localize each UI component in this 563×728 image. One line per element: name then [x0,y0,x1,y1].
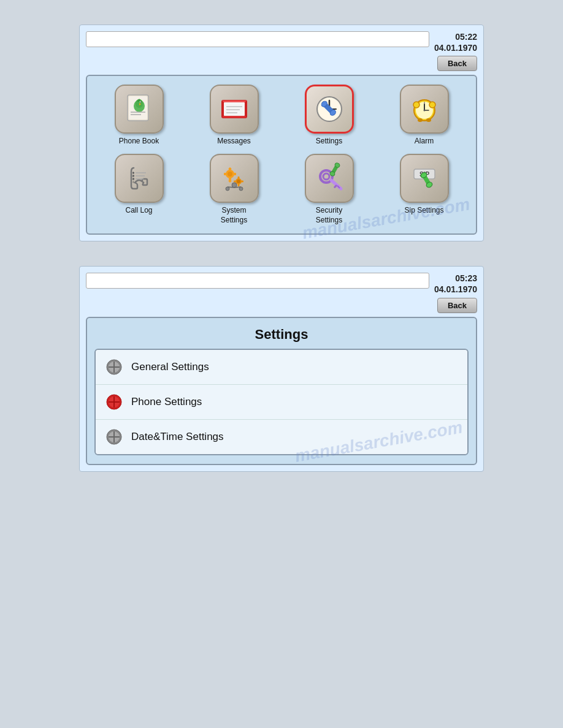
svg-rect-52 [224,173,227,175]
app-security-settings[interactable]: Security Settings [285,154,373,225]
svg-point-68 [323,173,329,180]
settings-title: Settings [94,327,469,343]
settings-body: Settings General Settings [86,317,477,465]
svg-rect-53 [233,173,236,175]
security-settings-label: Security Settings [316,206,342,225]
svg-point-49 [228,172,232,176]
app-messages[interactable]: Messages [190,85,278,146]
app-settings[interactable]: Settings [285,85,373,146]
svg-rect-60 [234,180,236,182]
phone-book-label: Phone Book [119,137,159,146]
app-call-log[interactable]: 1 2 3 4 Call Log [94,154,183,225]
security-settings-icon [313,162,346,195]
sip-settings-icon: SiP [408,162,441,195]
svg-rect-61 [241,180,243,182]
svg-line-66 [234,187,241,188]
alarm-icon-box [400,85,449,134]
app-grid-container: Phone Book [86,75,477,235]
phone-settings-icon [105,393,123,411]
security-settings-icon-box [305,154,354,203]
time-display-2: 05:23 04.01.1970 [434,273,477,295]
svg-point-32 [423,110,425,112]
phone-settings-item[interactable]: Phone Settings [96,385,467,420]
datetime-settings-label: Date&Time Settings [131,431,224,443]
screen2: 05:23 04.01.1970 Back Settings General S… [79,266,484,471]
svg-point-57 [237,180,240,183]
back-button-2[interactable]: Back [437,298,477,313]
svg-rect-58 [237,176,239,179]
svg-rect-59 [237,184,239,186]
phone-book-icon [123,93,156,126]
general-settings-icon [105,358,123,376]
svg-point-33 [413,102,419,108]
settings-icon-box [305,85,354,134]
sip-settings-icon-box: SiP [400,154,449,203]
settings-icon [313,93,346,126]
datetime-settings-icon [105,428,123,446]
call-log-icon: 1 2 3 4 [123,162,156,195]
screen1-header: 05:22 04.01.1970 Back [86,31,477,71]
phone-book-icon-box [115,85,164,134]
app-system-settings[interactable]: System Settings [190,154,278,225]
address-bar-1[interactable] [86,31,429,47]
system-settings-icon-box [210,154,259,203]
app-grid: Phone Book [94,85,469,225]
svg-point-62 [232,183,237,188]
screen1: 05:22 04.01.1970 Back [79,25,484,241]
svg-point-36 [426,118,431,122]
svg-point-34 [429,102,435,108]
messages-label: Messages [217,137,251,146]
settings-list: General Settings Phone Settings [94,349,469,455]
system-settings-label: System Settings [221,206,247,225]
system-settings-icon [218,162,251,195]
sip-settings-label: Sip Settings [404,206,443,216]
alarm-icon [408,93,441,126]
call-log-label: Call Log [125,206,152,216]
messages-icon [218,93,251,126]
datetime-settings-item[interactable]: Date&Time Settings [96,420,467,454]
svg-text:4: 4 [132,180,134,184]
app-phone-book[interactable]: Phone Book [94,85,183,146]
svg-line-65 [228,187,234,188]
svg-rect-55 [228,179,232,183]
messages-icon-box [210,85,259,134]
svg-point-8 [140,102,140,102]
settings-label: Settings [316,137,342,146]
alarm-label: Alarm [415,137,434,146]
call-log-icon-box: 1 2 3 4 [115,154,164,203]
time-display-1: 05:22 04.01.1970 [434,31,477,53]
general-settings-item[interactable]: General Settings [96,350,467,385]
svg-point-35 [418,118,423,122]
app-alarm[interactable]: Alarm [380,85,469,146]
back-button-1[interactable]: Back [437,56,477,71]
screen2-header: 05:23 04.01.1970 Back [86,273,477,313]
address-bar-2[interactable] [86,273,429,289]
app-sip-settings[interactable]: SiP Sip Settings [380,154,469,225]
general-settings-label: General Settings [131,361,209,373]
phone-settings-label: Phone Settings [131,396,202,408]
